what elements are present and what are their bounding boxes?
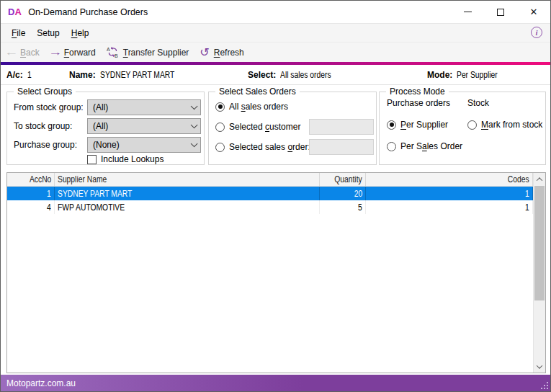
cell-accno: 4 — [7, 200, 55, 214]
transfer-supplier-button[interactable]: A B Transfer Supplier — [107, 46, 189, 59]
selected-sales-order-radio[interactable]: Selected sales order: — [215, 139, 310, 155]
cell-codes: 1 — [366, 187, 533, 200]
radio-icon — [387, 120, 396, 130]
cell-quantity: 20 — [320, 187, 366, 200]
window-title: On-Demand Purchase Orders — [28, 7, 148, 17]
minimize-icon — [464, 12, 472, 12]
name-field: Name:SYDNEY PART MART — [69, 65, 187, 84]
chevron-down-icon — [191, 121, 198, 128]
info-icon[interactable]: i — [531, 27, 542, 38]
purchase-group-dropdown[interactable]: (None) — [87, 137, 201, 153]
status-text: Motopartz.com.au — [6, 378, 76, 388]
per-sales-order-radio[interactable]: Per Sales Order — [387, 138, 462, 154]
back-button[interactable]: ← Back — [6, 48, 40, 58]
selected-sales-order-input[interactable] — [309, 139, 374, 155]
maximize-button[interactable] — [484, 1, 517, 23]
scrollbar-thumb[interactable] — [534, 186, 545, 300]
radio-icon — [215, 122, 225, 132]
cell-codes: 1 — [366, 200, 533, 214]
forward-arrow-icon: → — [48, 48, 62, 57]
stock-column-label: Stock — [467, 97, 489, 110]
refresh-icon: ↺ — [200, 47, 209, 58]
chevron-down-icon — [191, 102, 198, 110]
scroll-down-button[interactable] — [534, 360, 545, 373]
checkbox-icon — [87, 155, 97, 164]
table-row[interactable]: 1 SYDNEY PART MART 20 1 — [7, 187, 533, 200]
purchase-group-label: Purchase group: — [14, 137, 77, 153]
resize-grip-icon[interactable] — [541, 382, 548, 389]
app-logo-icon: DA — [8, 6, 22, 17]
select-groups-title: Select Groups — [14, 86, 76, 97]
from-stock-group-label: From stock group: — [14, 99, 84, 115]
chevron-down-icon — [537, 362, 542, 368]
select-groups-groupbox: Select Groups From stock group: (All) To… — [6, 92, 205, 165]
radio-icon — [467, 120, 477, 130]
title-bar: DA On-Demand Purchase Orders ✕ — [1, 1, 550, 24]
table-row[interactable]: 4 FWP AUTOMOTIVE 5 1 — [7, 200, 533, 214]
app-window: DA On-Demand Purchase Orders ✕ File Setu… — [0, 0, 551, 392]
select-field: Select:All sales orders — [248, 65, 339, 84]
vertical-scrollbar[interactable] — [533, 173, 545, 373]
scroll-up-button[interactable] — [534, 173, 545, 185]
mark-from-stock-radio[interactable]: Mark from stock — [467, 117, 542, 133]
column-header-supplier-name[interactable]: Supplier Name — [55, 173, 320, 186]
process-mode-title: Process Mode — [386, 86, 449, 97]
suppliers-table: AccNo Supplier Name Quantity Codes 1 SYD… — [6, 172, 546, 373]
per-supplier-radio[interactable]: Per Supplier — [387, 117, 448, 133]
process-mode-groupbox: Process Mode Purchase orders Stock Per S… — [379, 92, 546, 165]
menu-setup[interactable]: Setup — [31, 24, 65, 42]
record-info-bar: A/c:1 Name:SYDNEY PART MART Select:All s… — [1, 65, 550, 85]
main-content: Select Groups From stock group: (All) To… — [1, 85, 550, 373]
minimize-button[interactable] — [451, 1, 484, 23]
close-button[interactable]: ✕ — [517, 1, 550, 23]
cell-quantity: 5 — [320, 200, 366, 214]
to-stock-group-dropdown[interactable]: (All) — [87, 118, 201, 134]
menu-bar: File Setup Help i — [1, 24, 550, 42]
select-sales-orders-groupbox: Select Sales Orders All sales orders Sel… — [208, 92, 377, 165]
column-header-codes[interactable]: Codes — [366, 173, 533, 186]
radio-icon — [215, 102, 225, 112]
from-stock-group-dropdown[interactable]: (All) — [87, 99, 201, 115]
radio-icon — [387, 142, 396, 151]
back-arrow-icon: ← — [4, 48, 19, 57]
svg-text:B: B — [115, 53, 118, 58]
cell-supplier-name: FWP AUTOMOTIVE — [55, 200, 320, 214]
selected-customer-radio[interactable]: Selected customer — [215, 119, 300, 135]
window-controls: ✕ — [451, 1, 550, 23]
transfer-supplier-icon: A B — [107, 46, 119, 59]
svg-text:A: A — [107, 47, 110, 52]
purchase-orders-column-label: Purchase orders — [387, 97, 450, 110]
account-field: A/c:1 — [6, 65, 32, 84]
cell-accno: 1 — [7, 187, 55, 200]
chevron-down-icon — [191, 140, 198, 147]
radio-icon — [215, 143, 225, 152]
chevron-up-icon — [537, 177, 542, 183]
select-sales-orders-title: Select Sales Orders — [215, 86, 300, 97]
all-sales-orders-radio[interactable]: All sales orders — [215, 99, 288, 115]
menu-file[interactable]: File — [6, 24, 31, 42]
status-bar: Motopartz.com.au — [1, 375, 550, 391]
refresh-button[interactable]: ↺ Refresh — [200, 47, 243, 58]
table-header-row: AccNo Supplier Name Quantity Codes — [7, 173, 533, 187]
selected-customer-input[interactable] — [309, 119, 374, 135]
mode-field: Mode:Per Supplier — [427, 65, 504, 84]
maximize-icon — [497, 9, 504, 16]
include-lookups-checkbox[interactable]: Include Lookups — [87, 153, 163, 165]
to-stock-group-label: To stock group: — [14, 118, 72, 134]
forward-button[interactable]: → Forward — [50, 48, 96, 58]
column-header-quantity[interactable]: Quantity — [320, 173, 366, 186]
menu-help[interactable]: Help — [66, 24, 95, 42]
cell-supplier-name: SYDNEY PART MART — [55, 187, 320, 200]
toolbar: ← Back → Forward A B Transfer Supplier ↺ — [1, 42, 550, 62]
column-header-accno[interactable]: AccNo — [7, 173, 55, 186]
